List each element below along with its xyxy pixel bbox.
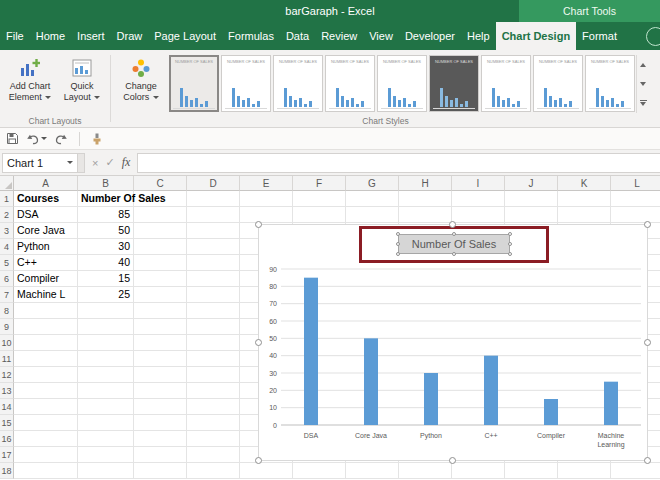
tab-format[interactable]: Format [576,22,623,50]
tab-review[interactable]: Review [315,22,363,50]
chart-style-option-9[interactable]: NUMBER OF SALES [585,55,635,112]
title-resize-handle[interactable] [508,232,512,236]
format-painter-icon[interactable] [91,133,103,145]
row-header-11[interactable]: 11 [0,351,14,367]
cell-B6[interactable]: 15 [78,271,134,287]
cell-I18[interactable] [452,463,505,479]
cell-C8[interactable] [134,303,187,319]
save-icon[interactable] [6,132,19,145]
title-resize-handle[interactable] [396,232,400,236]
title-resize-handle[interactable] [508,242,512,246]
cell-H1[interactable] [399,191,452,207]
undo-icon[interactable] [26,133,47,145]
title-resize-handle[interactable] [508,252,512,256]
row-header-9[interactable]: 9 [0,319,14,335]
cell-B11[interactable] [78,351,134,367]
chart-resize-handle[interactable] [449,457,456,464]
cell-J2[interactable] [505,207,558,223]
cell-C5[interactable] [134,255,187,271]
tab-home[interactable]: Home [30,22,71,50]
title-resize-handle[interactable] [452,252,456,256]
name-box[interactable]: Chart 1 [2,153,78,173]
row-header-1[interactable]: 1 [0,191,14,207]
column-header-C[interactable]: C [134,176,187,191]
cell-A1[interactable]: Courses [14,191,78,207]
tab-page-layout[interactable]: Page Layout [148,22,222,50]
cell-D9[interactable] [187,319,240,335]
cell-G1[interactable] [346,191,399,207]
chart-style-option-3[interactable]: NUMBER OF SALES [273,55,323,112]
insert-function-icon[interactable]: fx [122,155,131,170]
cell-D14[interactable] [187,399,240,415]
cell-C9[interactable] [134,319,187,335]
cell-G2[interactable] [346,207,399,223]
cell-B16[interactable] [78,431,134,447]
cell-D12[interactable] [187,367,240,383]
cell-B18[interactable] [78,463,134,479]
cell-H18[interactable] [399,463,452,479]
cell-C14[interactable] [134,399,187,415]
cell-D6[interactable] [187,271,240,287]
row-header-4[interactable]: 4 [0,239,14,255]
search-icon[interactable] [646,27,660,46]
cell-D5[interactable] [187,255,240,271]
chart-title[interactable]: Number Of Sales [398,234,510,254]
cell-K18[interactable] [558,463,611,479]
cell-A11[interactable] [14,351,78,367]
cell-A4[interactable]: Python [14,239,78,255]
cell-H2[interactable] [399,207,452,223]
embedded-chart[interactable]: Number Of Sales 0102030405060708090DSACo… [258,224,648,461]
cell-L2[interactable] [611,207,660,223]
chart-style-option-1[interactable]: NUMBER OF SALES [169,55,219,112]
column-header-G[interactable]: G [346,176,399,191]
cell-C3[interactable] [134,223,187,239]
cell-G18[interactable] [346,463,399,479]
cell-B9[interactable] [78,319,134,335]
enter-icon[interactable]: ✓ [105,156,114,169]
chart-resize-handle[interactable] [644,457,651,464]
chart-resize-handle[interactable] [255,339,262,346]
cell-D8[interactable] [187,303,240,319]
row-header-16[interactable]: 16 [0,431,14,447]
cell-B3[interactable]: 50 [78,223,134,239]
column-header-J[interactable]: J [505,176,558,191]
cell-L1[interactable] [611,191,660,207]
cell-D18[interactable] [187,463,240,479]
gallery-scroll-down-icon[interactable] [637,74,649,93]
cell-A6[interactable]: Compiler [14,271,78,287]
cell-A3[interactable]: Core Java [14,223,78,239]
cell-F2[interactable] [293,207,346,223]
column-header-E[interactable]: E [240,176,293,191]
cell-D4[interactable] [187,239,240,255]
tab-help[interactable]: Help [461,22,496,50]
tab-formulas[interactable]: Formulas [222,22,280,50]
cell-C4[interactable] [134,239,187,255]
cell-B13[interactable] [78,383,134,399]
chart-style-option-5[interactable]: NUMBER OF SALES [377,55,427,112]
cell-A5[interactable]: C++ [14,255,78,271]
cell-B10[interactable] [78,335,134,351]
chart-style-option-4[interactable]: NUMBER OF SALES [325,55,375,112]
cell-C10[interactable] [134,335,187,351]
cell-E1[interactable] [240,191,293,207]
row-header-14[interactable]: 14 [0,399,14,415]
cell-B1[interactable]: Number Of Sales [78,191,134,207]
cell-D7[interactable] [187,287,240,303]
tab-insert[interactable]: Insert [71,22,111,50]
cancel-icon[interactable]: × [92,157,98,169]
title-resize-handle[interactable] [396,252,400,256]
cell-D11[interactable] [187,351,240,367]
column-header-H[interactable]: H [399,176,452,191]
cell-C15[interactable] [134,415,187,431]
redo-icon[interactable] [54,133,68,145]
cell-B4[interactable]: 30 [78,239,134,255]
cell-L18[interactable] [611,463,660,479]
column-header-B[interactable]: B [78,176,134,191]
chart-style-option-6[interactable]: NUMBER OF SALES [429,55,479,112]
row-header-10[interactable]: 10 [0,335,14,351]
cell-D13[interactable] [187,383,240,399]
cell-B5[interactable]: 40 [78,255,134,271]
cell-A16[interactable] [14,431,78,447]
cell-A13[interactable] [14,383,78,399]
cell-D3[interactable] [187,223,240,239]
